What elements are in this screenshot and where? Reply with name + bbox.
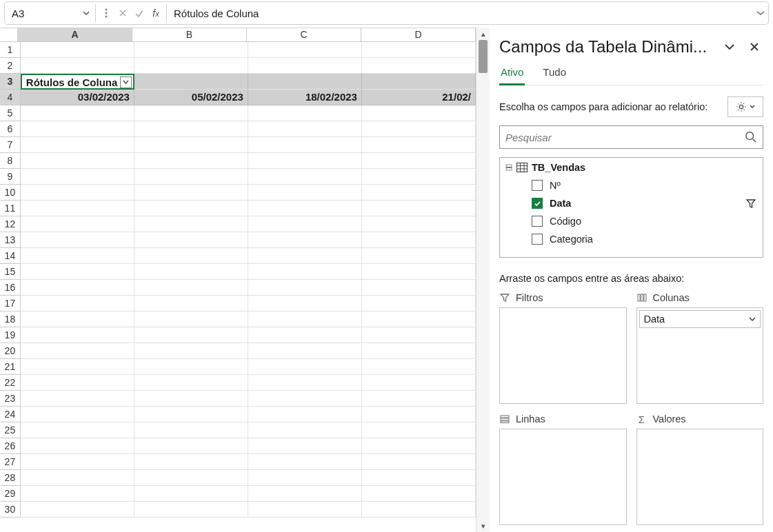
grid-body[interactable]: 123Rótulos de Coluna403/02/202305/02/202…	[0, 42, 476, 532]
cell[interactable]	[21, 201, 134, 216]
row-header[interactable]: 7	[0, 137, 21, 153]
close-icon[interactable]	[745, 38, 763, 56]
select-all-corner[interactable]	[0, 28, 18, 42]
cell[interactable]	[21, 216, 134, 232]
cell[interactable]	[362, 375, 476, 391]
cell[interactable]	[248, 502, 362, 518]
cell[interactable]	[248, 169, 362, 185]
columns-chip[interactable]: Data	[639, 310, 761, 328]
row-header[interactable]: 15	[0, 264, 21, 280]
row-header[interactable]: 24	[0, 407, 21, 422]
cell[interactable]	[134, 232, 248, 248]
row-header[interactable]: 1	[0, 42, 21, 58]
cell[interactable]	[248, 201, 362, 216]
cell[interactable]	[134, 391, 248, 407]
cell[interactable]	[362, 280, 476, 296]
cell[interactable]	[134, 58, 248, 74]
cell[interactable]: 21/02/	[362, 90, 476, 105]
cell[interactable]	[21, 280, 134, 296]
cell[interactable]	[134, 502, 248, 518]
filter-dropdown-icon[interactable]	[120, 76, 132, 88]
cell[interactable]	[248, 359, 362, 375]
cell[interactable]	[248, 375, 362, 391]
tab-all[interactable]: Tudo	[541, 66, 568, 85]
formula-input[interactable]: Rótulos de Coluna	[167, 8, 753, 19]
cell[interactable]	[21, 248, 134, 264]
row-header[interactable]: 22	[0, 375, 21, 391]
enter-icon[interactable]	[132, 6, 147, 21]
cell[interactable]	[362, 58, 476, 74]
cell[interactable]	[134, 359, 248, 375]
cell[interactable]	[248, 343, 362, 359]
field-list[interactable]: TB_Vendas NºDataCódigoCategoria	[499, 157, 763, 258]
row-header[interactable]: 3	[0, 74, 21, 90]
cell[interactable]	[248, 232, 362, 248]
cell[interactable]	[362, 169, 476, 185]
row-header[interactable]: 17	[0, 296, 21, 311]
row-header[interactable]: 28	[0, 470, 21, 486]
cell[interactable]	[21, 264, 134, 280]
row-header[interactable]: 6	[0, 121, 21, 137]
row-header[interactable]: 8	[0, 153, 21, 169]
checkbox-icon[interactable]	[532, 234, 543, 245]
cell[interactable]	[21, 422, 134, 438]
cell[interactable]	[362, 42, 476, 58]
cell[interactable]	[21, 359, 134, 375]
cell[interactable]	[248, 137, 362, 153]
cell[interactable]	[134, 216, 248, 232]
cell[interactable]	[21, 137, 134, 153]
cell[interactable]	[134, 470, 248, 486]
cell[interactable]	[134, 137, 248, 153]
cell[interactable]	[134, 407, 248, 422]
row-header[interactable]: 21	[0, 359, 21, 375]
cell[interactable]	[362, 201, 476, 216]
cell[interactable]	[21, 391, 134, 407]
cell[interactable]	[134, 486, 248, 502]
cell[interactable]	[21, 407, 134, 422]
field-item[interactable]: Código	[500, 212, 763, 230]
search-input[interactable]	[505, 132, 745, 143]
filter-icon[interactable]	[746, 199, 756, 208]
cell[interactable]	[21, 502, 134, 518]
filters-dropzone[interactable]	[499, 307, 627, 404]
cell[interactable]	[362, 74, 476, 90]
checkbox-icon[interactable]	[532, 180, 543, 191]
settings-button[interactable]	[727, 96, 763, 117]
cell[interactable]	[248, 121, 362, 137]
row-header[interactable]: 25	[0, 422, 21, 438]
checkbox-icon[interactable]	[532, 216, 543, 227]
cell[interactable]	[21, 232, 134, 248]
row-header[interactable]: 4	[0, 90, 21, 105]
field-item[interactable]: Data	[500, 194, 763, 212]
cell[interactable]	[21, 438, 134, 454]
cell[interactable]	[248, 105, 362, 121]
cell[interactable]	[248, 327, 362, 343]
scroll-thumb[interactable]	[479, 40, 488, 73]
row-header[interactable]: 9	[0, 169, 21, 185]
cell[interactable]	[248, 185, 362, 201]
cell[interactable]	[134, 422, 248, 438]
cell[interactable]	[362, 105, 476, 121]
cell[interactable]	[362, 311, 476, 327]
cell[interactable]: 03/02/2023	[21, 90, 134, 105]
cancel-icon[interactable]	[115, 6, 130, 21]
cell[interactable]	[134, 153, 248, 169]
rows-dropzone[interactable]	[499, 429, 627, 525]
cell[interactable]	[21, 169, 134, 185]
row-header[interactable]: 14	[0, 248, 21, 264]
cell[interactable]	[362, 121, 476, 137]
cell[interactable]	[134, 375, 248, 391]
row-header[interactable]: 11	[0, 201, 21, 216]
cell[interactable]	[248, 280, 362, 296]
cell[interactable]	[134, 105, 248, 121]
cell[interactable]	[362, 327, 476, 343]
row-header[interactable]: 20	[0, 343, 21, 359]
row-header[interactable]: 12	[0, 216, 21, 232]
cell[interactable]	[21, 296, 134, 311]
tab-active[interactable]: Ativo	[499, 66, 525, 85]
fx-icon[interactable]: fx	[148, 6, 163, 21]
cell[interactable]	[134, 121, 248, 137]
cell[interactable]	[248, 74, 362, 90]
row-header[interactable]: 2	[0, 58, 21, 74]
cell[interactable]	[362, 502, 476, 518]
